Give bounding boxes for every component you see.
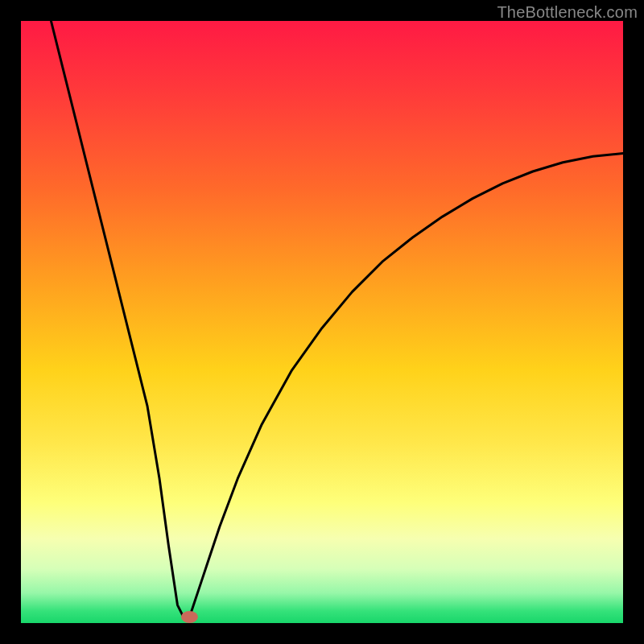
plot-area	[21, 21, 623, 623]
min-marker	[181, 611, 198, 623]
chart-svg	[21, 21, 623, 623]
bottleneck-curve	[51, 21, 623, 617]
chart-frame: TheBottleneck.com	[0, 0, 644, 644]
watermark-label: TheBottleneck.com	[497, 3, 638, 22]
